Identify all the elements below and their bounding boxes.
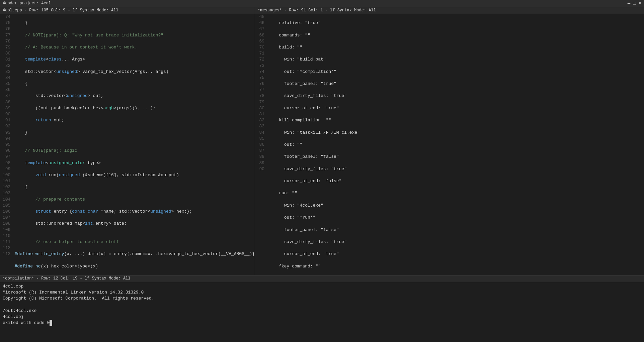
compilation-line: Microsoft (R) Incremental Linker Version… — [3, 290, 641, 296]
compilation-line: Copyright (C) Microsoft Corporation. All… — [3, 296, 641, 302]
right-editor-panel: *messages* - Row: 91 Col: 1 - lf Syntax … — [255, 7, 644, 275]
left-editor-body[interactable]: 7475767778 7980818283 8485868788 8990919… — [0, 14, 255, 275]
compilation-line: 4col.obj — [3, 314, 641, 320]
title-bar: 4coder project: 4col — □ × — [0, 0, 644, 7]
compilation-line — [3, 302, 641, 308]
text-cursor — [50, 320, 52, 326]
right-editor-body[interactable]: 6566676869 7071727374 7576777879 8081828… — [255, 14, 644, 275]
compilation-body[interactable]: 4col.cpp Microsoft (R) Incremental Linke… — [0, 282, 644, 342]
left-editor-panel: 4col.cpp - Row: 105 Col: 9 - lf Syntax M… — [0, 7, 255, 275]
bottom-section: *compilation* - Row: 12 Col: 19 - lf Syn… — [0, 275, 644, 342]
close-button[interactable]: × — [639, 0, 641, 7]
right-editor-header: *messages* - Row: 91 Col: 1 - lf Syntax … — [255, 7, 644, 14]
minimize-button[interactable]: — — [628, 0, 630, 7]
maximize-button[interactable]: □ — [633, 0, 636, 7]
compilation-line: exited with code 0 — [3, 320, 641, 326]
editors-row: 4col.cpp - Row: 105 Col: 9 - lf Syntax M… — [0, 7, 644, 275]
main-layout: 4col.cpp - Row: 105 Col: 9 - lf Syntax M… — [0, 7, 644, 342]
left-code-content[interactable]: } // NOTE(para): Q: "Why not use brace i… — [13, 14, 255, 275]
right-line-numbers: 6566676869 7071727374 7576777879 8081828… — [255, 14, 267, 275]
compilation-header: *compilation* - Row: 12 Col: 19 - lf Syn… — [0, 275, 644, 282]
window-controls[interactable]: — □ × — [628, 0, 641, 7]
left-editor-header: 4col.cpp - Row: 105 Col: 9 - lf Syntax M… — [0, 7, 255, 14]
right-code-content[interactable]: relative: "true" commands: "" build: "" … — [267, 14, 644, 275]
left-line-numbers: 7475767778 7980818283 8485868788 8990919… — [0, 14, 13, 275]
compilation-line: 4col.cpp — [3, 283, 641, 290]
window-title: 4coder project: 4col — [3, 1, 51, 6]
compilation-line: /out:4col.exe — [3, 308, 641, 314]
